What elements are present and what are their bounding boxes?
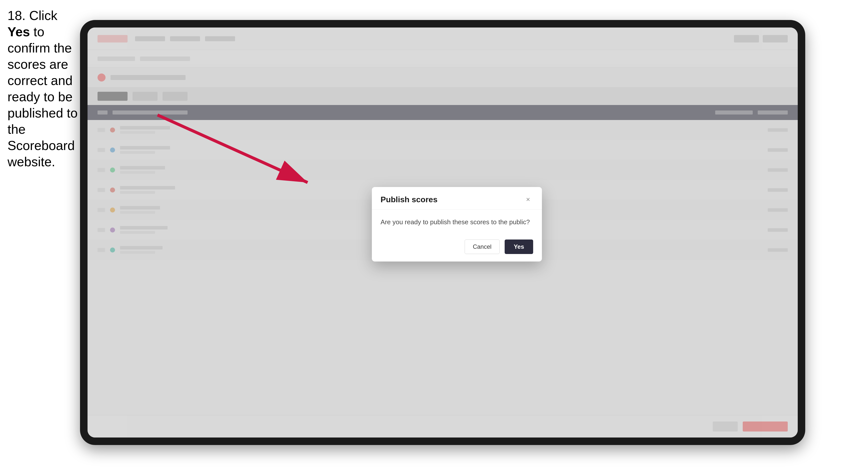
- modal-message: Are you ready to publish these scores to…: [381, 217, 533, 227]
- yes-button[interactable]: Yes: [505, 240, 533, 254]
- modal-close-button[interactable]: ×: [523, 194, 533, 205]
- instruction-text: 18. Click Yes to confirm the scores are …: [7, 7, 80, 170]
- instruction-prefix: Click: [26, 8, 57, 23]
- modal-footer: Cancel Yes: [372, 235, 542, 261]
- modal-body: Are you ready to publish these scores to…: [372, 210, 542, 235]
- step-number: 18.: [7, 8, 26, 23]
- instruction-suffix: to confirm the scores are correct and re…: [7, 25, 78, 169]
- tablet-device: Publish scores × Are you ready to publis…: [80, 20, 805, 445]
- cancel-button[interactable]: Cancel: [465, 240, 500, 254]
- publish-scores-modal: Publish scores × Are you ready to publis…: [372, 187, 542, 261]
- modal-title: Publish scores: [381, 195, 438, 204]
- tablet-screen: Publish scores × Are you ready to publis…: [88, 28, 798, 437]
- modal-header: Publish scores ×: [372, 187, 542, 210]
- instruction-bold: Yes: [7, 25, 30, 39]
